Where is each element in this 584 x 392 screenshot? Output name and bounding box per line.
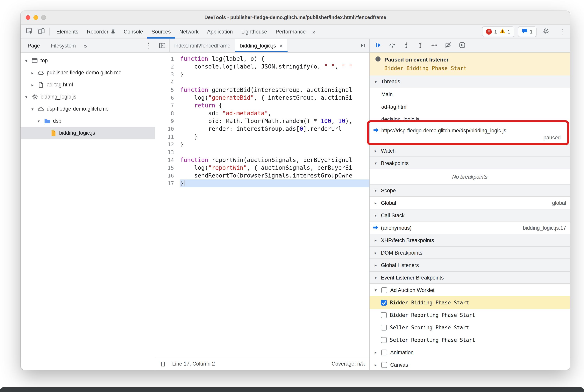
code-line-15[interactable]: 15 log("reportWin", { auctionSignals, pe… [155,164,369,172]
tree-item-bidding-logic-js[interactable]: bidding_logic.js [21,127,155,139]
editor-pane-toggle-button[interactable] [356,39,369,52]
tab-application[interactable]: Application [203,24,237,38]
code-line-17[interactable]: 17} [155,180,369,187]
breakpoint-event-seller-reporting-phase-start[interactable]: Seller Reporting Phase Start [370,334,570,346]
line-number[interactable]: 3 [155,70,180,78]
line-number[interactable]: 12 [155,140,180,148]
line-number[interactable]: 16 [155,172,180,180]
code-line-5[interactable]: 5function generateBid(interestGroup, auc… [155,86,369,94]
line-number[interactable]: 9 [155,117,180,125]
settings-button[interactable] [540,26,552,37]
tree-item-top[interactable]: ▾top [21,54,155,66]
code-line-2[interactable]: 2 console.log(label, JSON.stringify(o, "… [155,63,369,70]
checkbox-unchecked[interactable] [381,349,387,355]
step-into-button[interactable] [402,42,410,50]
line-number[interactable]: 13 [155,148,180,156]
code-line-11[interactable]: 11 } [155,133,369,140]
expander-closed-icon[interactable]: ▸ [373,362,378,367]
line-number[interactable]: 10 [155,125,180,133]
line-number[interactable]: 1 [155,55,180,63]
line-number[interactable]: 8 [155,110,180,117]
line-number[interactable]: 7 [155,102,180,110]
close-tab-icon[interactable]: × [280,42,283,49]
code-line-7[interactable]: 7 return { [155,102,369,110]
editor-tab-index-html-fencedframe[interactable]: index.html?fencedframe [170,39,235,52]
tab-network[interactable]: Network [175,24,203,38]
line-number[interactable]: 15 [155,164,180,172]
thread-item-decision-logic-js[interactable]: decision_logic.js [370,113,570,125]
thread-item-ad-tag-html[interactable]: ad-tag.html [370,100,570,113]
tab-sources[interactable]: Sources [147,24,175,38]
code-line-13[interactable]: 13 [155,148,369,156]
hide-navigator-button[interactable] [155,39,170,52]
zoom-window-button[interactable] [41,15,46,20]
expander-open-icon[interactable]: ▾ [24,58,29,63]
device-toolbar-button[interactable] [35,26,47,37]
navigator-tab-page[interactable]: Page [22,39,45,52]
navigator-menu-button[interactable]: ⋮ [144,42,153,49]
expander-open-icon[interactable]: ▾ [36,118,41,123]
navigator-tab-filesystem[interactable]: Filesystem [45,39,81,52]
line-number[interactable]: 5 [155,86,180,94]
tree-item-publisher-fledge-demo-glitch-me[interactable]: ▸publisher-fledge-demo.glitch.me [21,66,155,79]
tree-item-bidding-logic-js[interactable]: ▾bidding_logic.js [21,91,155,103]
breakpoint-event-seller-scoring-phase-start[interactable]: Seller Scoring Phase Start [370,321,570,334]
breakpoint-category-animation[interactable]: ▸Animation [370,346,570,358]
tab-recorder[interactable]: Recorder [83,24,119,38]
line-number[interactable]: 4 [155,78,180,86]
code-line-3[interactable]: 3} [155,70,369,78]
resume-button[interactable] [374,42,382,50]
code-line-16[interactable]: 16 sendReportTo(browserSignals.interestG… [155,172,369,180]
step-button[interactable] [430,42,438,50]
tree-item-ad-tag-html[interactable]: ▸ad-tag.html [21,79,155,91]
more-navigator-tabs-button[interactable]: » [81,42,89,49]
inspect-element-button[interactable] [24,26,35,37]
expander-open-icon[interactable]: ▾ [30,106,35,111]
more-panels-button[interactable]: » [310,28,318,35]
code-line-9[interactable]: 9 bid: Math.floor(Math.random() * 100, 1… [155,117,369,125]
code-line-1[interactable]: 1function log(label, o) { [155,55,369,63]
line-number[interactable]: 14 [155,156,180,164]
scope-global-row[interactable]: ▸ Global global [370,196,570,209]
code-line-12[interactable]: 12} [155,140,369,148]
minimize-window-button[interactable] [33,15,38,20]
code-line-8[interactable]: 8 ad: "ad-metadata", [155,110,369,117]
thread-item-paused[interactable]: https://dsp-fledge-demo.glitch.me/dsp/bi… [370,125,570,144]
expander-closed-icon[interactable]: ▸ [30,70,35,75]
call-stack-section-header[interactable]: ▾ Call Stack [370,209,570,222]
breakpoint-event-bidder-bidding-phase-start[interactable]: Bidder Bidding Phase Start [370,296,570,309]
expander-closed-icon[interactable]: ▸ [373,350,378,355]
tree-item-dsp[interactable]: ▾dsp [21,115,155,127]
main-menu-button[interactable]: ⋮ [555,26,567,37]
code-line-14[interactable]: 14function reportWin(auctionSignals, per… [155,156,369,164]
checkbox-unchecked[interactable] [381,324,387,330]
checkbox-unchecked[interactable] [381,362,387,368]
editor-tab-bidding-logic-js[interactable]: bidding_logic.js× [235,39,288,52]
line-number[interactable]: 6 [155,94,180,102]
breakpoint-category-ad-auction-worklet[interactable]: ▾Ad Auction Worklet [370,284,570,296]
xhr-breakpoints-section-header[interactable]: ▸ XHR/fetch Breakpoints [370,234,570,246]
event-listener-breakpoints-section-header[interactable]: ▾ Event Listener Breakpoints [370,271,570,284]
issues-badge[interactable]: 1 [518,26,537,37]
pretty-print-button[interactable]: {} [160,361,166,366]
checkbox-unchecked[interactable] [381,312,387,318]
line-number[interactable]: 17 [155,180,180,187]
checkbox-unchecked[interactable] [381,337,387,343]
checkbox-indeterminate[interactable] [381,287,387,293]
close-window-button[interactable] [26,15,30,20]
line-number[interactable]: 2 [155,63,180,70]
breakpoint-event-bidder-reporting-phase-start[interactable]: Bidder Reporting Phase Start [370,309,570,321]
code-editor[interactable]: 1function log(label, o) {2 console.log(l… [155,52,369,357]
watch-section-header[interactable]: ▸ Watch [370,144,570,157]
tab-lighthouse[interactable]: Lighthouse [237,24,271,38]
step-out-button[interactable] [416,42,424,50]
tab-elements[interactable]: Elements [52,24,83,38]
breakpoint-category-canvas[interactable]: ▸Canvas [370,358,570,370]
threads-section-header[interactable]: ▾ Threads [370,76,570,88]
pause-on-exceptions-button[interactable] [458,42,466,50]
global-listeners-section-header[interactable]: ▸ Global Listeners [370,259,570,271]
checkbox-checked[interactable] [381,300,387,306]
dom-breakpoints-section-header[interactable]: ▸ DOM Breakpoints [370,246,570,259]
deactivate-breakpoints-button[interactable] [444,42,452,50]
code-line-6[interactable]: 6 log("generateBid", { interestGroup, au… [155,94,369,102]
